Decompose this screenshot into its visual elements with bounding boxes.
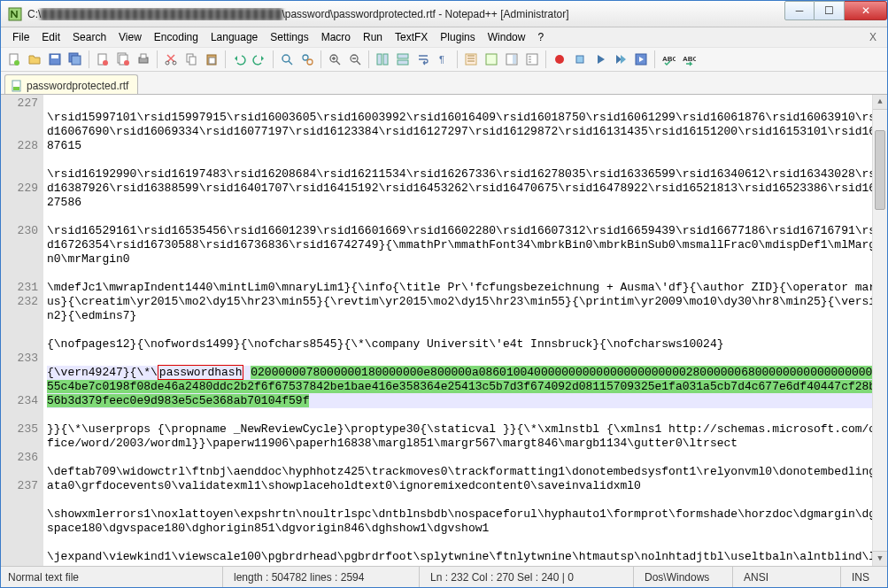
line-number: 234: [1, 394, 38, 422]
code-line: \jexpand\viewkind1\viewscale100\pgbrdrhe…: [47, 550, 887, 566]
cut-button[interactable]: [161, 50, 181, 69]
titlebar[interactable]: C:\████████████████████████████████\pass…: [1, 1, 887, 27]
status-eol: Dos\Windows: [633, 567, 730, 587]
maximize-button[interactable]: ☐: [815, 1, 845, 20]
replace-button[interactable]: [297, 50, 317, 69]
svg-rect-13: [141, 54, 146, 58]
status-position: Ln : 232 Col : 270 Sel : 240 | 0: [419, 567, 631, 587]
window-controls: ─ ☐ ✕: [784, 1, 887, 27]
menu-encoding[interactable]: Encoding: [148, 29, 205, 45]
user-lang-button[interactable]: [482, 50, 501, 69]
save-macro-button[interactable]: [631, 50, 651, 69]
toolbar-separator: [273, 50, 274, 68]
toolbar-separator: [225, 50, 226, 68]
minimize-button[interactable]: ─: [784, 1, 815, 20]
menu-view[interactable]: View: [112, 29, 148, 45]
toolbar-separator: [654, 50, 655, 68]
toolbar-separator: [457, 50, 458, 68]
menu-plugins[interactable]: Plugins: [434, 29, 481, 45]
code-line: \mdefJc1\mwrapIndent1440\mintLim0\mnaryL…: [47, 281, 887, 323]
indent-guide-button[interactable]: [461, 50, 481, 69]
svg-text:ABC: ABC: [683, 55, 696, 63]
status-length: length : 504782 lines : 2594: [222, 567, 417, 587]
play-multi-button[interactable]: [611, 50, 630, 69]
play-macro-button[interactable]: [591, 50, 610, 69]
menubar-close-doc[interactable]: X: [864, 31, 882, 43]
spellcheck-next-button[interactable]: ABC: [679, 50, 699, 69]
sync-vscroll-button[interactable]: [373, 50, 392, 69]
line-number: 233: [1, 352, 38, 394]
vertical-scrollbar[interactable]: ▲ ▼: [872, 95, 887, 566]
scroll-up-button[interactable]: ▲: [873, 95, 887, 110]
status-filetype: Normal text file: [8, 567, 220, 587]
copy-button[interactable]: [181, 50, 201, 69]
svg-rect-28: [398, 60, 408, 65]
paste-button[interactable]: [202, 50, 221, 69]
statusbar: Normal text file length : 504782 lines :…: [1, 566, 887, 587]
toolbar-separator: [320, 50, 321, 68]
menu-textfx[interactable]: TextFX: [389, 29, 434, 45]
zoom-in-button[interactable]: [325, 50, 344, 69]
sync-hscroll-button[interactable]: [393, 50, 413, 69]
svg-rect-26: [383, 54, 388, 65]
redo-button[interactable]: [250, 50, 269, 69]
open-file-button[interactable]: [25, 50, 44, 69]
find-button[interactable]: [277, 50, 297, 69]
toolbar: ¶ ABC ABC: [1, 47, 887, 72]
line-number: 227: [1, 97, 38, 139]
line-number: 235: [1, 422, 38, 451]
line-number: 237: [1, 479, 38, 493]
zoom-out-button[interactable]: [345, 50, 365, 69]
print-button[interactable]: [134, 50, 153, 69]
tab-passwordprotected[interactable]: passwordprotected.rtf: [4, 74, 138, 94]
highlighted-keyword: passwordhash: [158, 365, 244, 380]
close-file-button[interactable]: [93, 50, 112, 69]
menu-language[interactable]: Language: [205, 29, 264, 45]
line-number: 232: [1, 295, 38, 352]
save-button[interactable]: [45, 50, 65, 69]
scroll-down-button[interactable]: ▼: [873, 551, 887, 566]
close-button[interactable]: ✕: [845, 1, 887, 20]
line-number: 228: [1, 139, 38, 182]
menu-run[interactable]: Run: [357, 29, 389, 45]
app-icon: [8, 7, 22, 21]
line-number-gutter: 227 228 229 230 231 232 233 234 235 236 …: [1, 95, 43, 566]
svg-rect-4: [51, 55, 58, 58]
svg-point-11: [124, 60, 129, 66]
func-list-button[interactable]: [522, 50, 542, 69]
doc-map-button[interactable]: [502, 50, 521, 69]
editor: 227 228 229 230 231 232 233 234 235 236 …: [1, 95, 887, 566]
code-area[interactable]: \rsid15997101\rsid15997915\rsid16003605\…: [43, 95, 887, 566]
svg-rect-36: [576, 56, 583, 63]
spellcheck-button[interactable]: ABC: [659, 50, 678, 69]
line-number: 236: [1, 451, 38, 479]
line-number: 230: [1, 224, 38, 281]
svg-rect-33: [513, 55, 516, 64]
undo-button[interactable]: [229, 50, 249, 69]
menu-help[interactable]: ?: [531, 29, 550, 45]
svg-rect-41: [13, 87, 19, 90]
menu-file[interactable]: File: [6, 29, 35, 45]
save-all-button[interactable]: [66, 50, 85, 69]
svg-rect-19: [209, 58, 215, 64]
menu-edit[interactable]: Edit: [35, 29, 66, 45]
svg-rect-0: [9, 8, 21, 20]
menu-window[interactable]: Window: [482, 29, 532, 45]
svg-rect-31: [486, 54, 497, 65]
svg-text:¶: ¶: [439, 54, 444, 65]
menubar: File Edit Search View Encoding Language …: [1, 27, 887, 47]
scroll-thumb[interactable]: [875, 130, 885, 210]
show-all-chars-button[interactable]: ¶: [434, 50, 453, 69]
code-line: \rsid16192990\rsid16197483\rsid16208684\…: [47, 167, 887, 210]
menu-macro[interactable]: Macro: [315, 29, 357, 45]
menu-search[interactable]: Search: [66, 29, 112, 45]
close-all-button[interactable]: [113, 50, 133, 69]
wordwrap-button[interactable]: [413, 50, 433, 69]
new-file-button[interactable]: [4, 50, 24, 69]
code-line: }}{\*\userprops {\propname _NewReviewCyc…: [47, 422, 887, 451]
record-macro-button[interactable]: [550, 50, 569, 69]
menu-settings[interactable]: Settings: [264, 29, 314, 45]
toolbar-separator: [368, 50, 369, 68]
svg-point-35: [555, 55, 564, 64]
stop-macro-button[interactable]: [570, 50, 590, 69]
